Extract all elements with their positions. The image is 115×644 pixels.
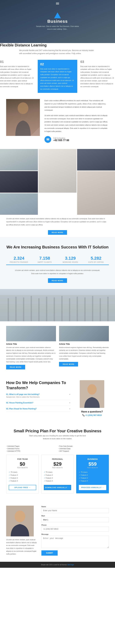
stat1-num: 2.324: [8, 256, 30, 261]
contact-person-image: [6, 506, 34, 536]
call-number: +92 555 77 88: [53, 139, 69, 142]
plan2-cta-button[interactable]: Download Annually →: [44, 485, 71, 490]
plan2-features: 75 Users Feature 2 Feature 3 Feature 4: [44, 471, 71, 482]
stat1-label: PROJECTS FINISHED: [8, 261, 30, 263]
mart-select[interactable]: Mart 1 Mart 2 Mart 3: [41, 517, 109, 522]
submit-button[interactable]: SUBMIT: [41, 550, 58, 556]
plan1-title: For Team: [9, 458, 36, 460]
chevron-down-icon: ▼: [69, 394, 71, 395]
photo-cell-3: [77, 149, 115, 170]
contact-right: Name Mart Mart 1 Mart 2 Mart 3 Phone Mes…: [41, 506, 109, 556]
photo-cell-4: [0, 171, 38, 193]
plan1-cta-button[interactable]: Upload Free →: [9, 485, 36, 490]
contact-left-text: Ut enim ad minim veniam, quis nostrud ex…: [6, 538, 37, 556]
faq-q3: 03. Plan Ahead for Home Painting? ▼: [6, 408, 71, 410]
stat3-label: WORKING HOURS: [59, 261, 82, 263]
news-img-2: [59, 326, 109, 341]
faq-item-2[interactable]: 02. House Painting Essentials? ▼: [6, 400, 71, 406]
message-label: Message: [41, 533, 109, 535]
svg-rect-17: [107, 297, 109, 321]
plan2-feature-1: 75 Users: [44, 471, 71, 474]
photo-grid: [0, 149, 115, 215]
fld-col1-num: 01: [0, 60, 35, 64]
plan1-feature-2: Feature 2: [9, 474, 36, 476]
news-readmore-1[interactable]: READ MORE: [6, 365, 25, 370]
select-field-label: Mart: [41, 515, 109, 517]
svg-rect-9: [46, 297, 47, 321]
fld-section: Flexible Distance Learning We provide fl…: [0, 43, 115, 93]
contact-section: Ut enim ad minim veniam, quis nostrud ex…: [0, 500, 115, 562]
plan1-feature-3: Feature 3: [9, 476, 36, 480]
about-text-content: Each color evokes different emotions for…: [44, 99, 109, 143]
plan3-period: PER MONTH: [79, 467, 106, 468]
gallery-readmore-button[interactable]: READ MORE: [48, 230, 67, 235]
faq-phone: 📞 +1 (234) 567-8910: [75, 414, 109, 416]
stat-projects: 2.324 PROJECTS FINISHED: [6, 254, 32, 265]
stats-body: Ut enim ad minim veniam, quis nostrud ex…: [13, 269, 102, 275]
footer: Simple site CSS is used for all themes S…: [0, 562, 115, 568]
call-to-action: ☎ Call Us Anytime +92 555 77 88: [44, 136, 109, 143]
faq-q3-text: 03. Plan Ahead for Home Painting?: [6, 408, 37, 410]
news-card-1: Article Title Ut enim ad minim veniam, q…: [6, 326, 56, 370]
fld-col2-num: 02: [40, 62, 75, 66]
svg-rect-10: [54, 298, 55, 321]
phone-label: Phone: [41, 524, 109, 526]
faq-q1-text: 01. What is off page seo link building?: [6, 393, 40, 396]
feature-5: Unlimited Data: [58, 447, 109, 450]
plan2-feature-2: Feature 2: [44, 474, 71, 476]
stats-row: 2.324 PROJECTS FINISHED 7.158 HAPPY CLIE…: [6, 254, 109, 265]
faq-left: How Do We Help Companies To Transform? 0…: [6, 380, 71, 412]
plan3-title: Business: [79, 458, 106, 460]
have-question-label: Have a questions?: [75, 410, 109, 413]
svg-point-0: [18, 102, 28, 114]
svg-rect-7: [31, 296, 32, 321]
svg-rect-12: [69, 298, 70, 321]
phone-input[interactable]: [41, 526, 109, 532]
faq-q2: 02. House Painting Essentials? ▼: [6, 402, 71, 404]
news-section: Article Title Ut enim ad minim veniam, q…: [0, 321, 115, 374]
wide-image: [0, 289, 115, 321]
plan3-feature-2: Feature 2: [79, 474, 106, 476]
plan2-feature-3: Feature 3: [44, 476, 71, 480]
news-card-2: Article Title Article eminent espinos hi…: [59, 326, 109, 370]
fld-title: Flexible Distance Learning: [0, 43, 115, 47]
fld-col2-text: Duis aute irure dolor in reprehenderit i…: [40, 68, 75, 90]
faq-item-1[interactable]: 01. What is off page seo link building? …: [6, 392, 71, 400]
plan1-price: $0: [9, 461, 36, 467]
svg-rect-16: [100, 298, 101, 321]
news-readmore-2[interactable]: READ MORE: [59, 362, 78, 366]
svg-rect-8: [38, 298, 40, 321]
footer-link[interactable]: SiteOrigin: [67, 564, 74, 566]
stat-coffee: 5.282 CUPS OF COFFEE: [83, 254, 109, 265]
news-body-1: Ut enim ad minim veniam, quis nostrud ex…: [6, 346, 56, 363]
brand-name: Business: [34, 19, 81, 24]
name-input[interactable]: [41, 508, 109, 513]
pricing-card-personal: Personal $29 PER MONTH 75 Users Feature …: [41, 455, 74, 493]
fld-col-2: 02 Duis aute irure dolor in reprehenderi…: [38, 60, 77, 93]
message-textarea[interactable]: [41, 536, 109, 548]
stat4-num: 5.282: [85, 256, 108, 261]
news-title-1: Article Title: [6, 343, 56, 345]
plan3-features: 75 Users Feature 2 Feature 3 Feature 4: [79, 471, 106, 482]
svg-rect-13: [77, 297, 78, 321]
news-title-2: Article Title: [59, 343, 109, 345]
svg-point-19: [87, 384, 97, 395]
faq-q2-text: 02. House Painting Essentials?: [6, 402, 33, 404]
chevron-down-icon-2: ▼: [69, 402, 71, 404]
faq-q1: 01. What is off page seo link building? …: [6, 393, 71, 396]
photo-cell-2: [38, 149, 76, 193]
feature-3: Unlimited HTTPS: [6, 450, 57, 452]
fld-col1-text: Duis aute irure dolor in reprehenderit i…: [0, 65, 35, 88]
plan3-cta-button[interactable]: Proceed Annually →: [79, 485, 106, 490]
svg-rect-11: [61, 296, 63, 321]
hamburger-menu[interactable]: [56, 2, 59, 5]
gallery-text: Ut enim ad minim veniam, quis nostrud ex…: [0, 215, 115, 228]
svg-point-21: [14, 510, 25, 522]
faq-item-3[interactable]: 03. Plan Ahead for Home Painting? ▼: [6, 406, 71, 412]
faq-person-image: [80, 380, 104, 408]
plan1-period: PER MONTH: [9, 467, 36, 468]
call-label: Call Us Anytime: [53, 137, 69, 139]
stat2-num: 7.158: [33, 256, 56, 261]
stats-readmore-button[interactable]: READ MORE: [48, 278, 67, 283]
stats-title: We Are Increasing Business Success With …: [6, 244, 109, 250]
